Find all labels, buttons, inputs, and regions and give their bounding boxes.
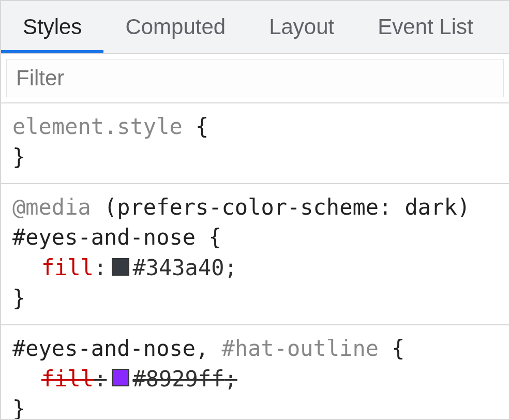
comma: , xyxy=(196,336,222,361)
media-query: (prefers-color-scheme: dark) xyxy=(91,194,470,220)
property-name[interactable]: fill xyxy=(41,253,94,283)
selector-line[interactable]: #eyes-and-nose, #hat-outline { xyxy=(12,334,498,364)
open-brace: { xyxy=(196,224,222,250)
tab-bar: Styles Computed Layout Event List xyxy=(1,1,509,54)
filter-bar xyxy=(1,54,509,103)
media-line[interactable]: @media (prefers-color-scheme: dark) xyxy=(12,192,498,223)
colon: : xyxy=(94,364,107,395)
rules-list: element.style { } @media (prefers-color-… xyxy=(1,103,509,419)
rule-eyes-hat[interactable]: #eyes-and-nose, #hat-outline { fill: #89… xyxy=(1,325,509,419)
semicolon: ; xyxy=(224,253,237,283)
close-brace: } xyxy=(12,283,498,314)
open-brace: { xyxy=(379,336,405,361)
color-swatch-icon[interactable] xyxy=(112,369,129,386)
declaration-fill[interactable]: fill: #343a40; xyxy=(12,253,498,283)
selector: #eyes-and-nose xyxy=(12,224,196,250)
open-brace: { xyxy=(183,114,209,139)
colon: : xyxy=(94,253,107,283)
selector-line[interactable]: element.style { xyxy=(12,112,498,142)
property-name[interactable]: fill xyxy=(41,364,94,395)
close-brace: } xyxy=(12,142,498,173)
semicolon: ; xyxy=(224,364,237,395)
close-brace: } xyxy=(12,394,498,419)
devtools-styles-panel: Styles Computed Layout Event List elemen… xyxy=(0,0,510,420)
media-keyword: @media xyxy=(12,194,91,220)
tab-event-listeners[interactable]: Event List xyxy=(356,1,494,53)
rule-media-dark[interactable]: @media (prefers-color-scheme: dark) #eye… xyxy=(1,184,509,325)
property-value[interactable]: #343a40 xyxy=(132,253,224,283)
selector: element.style xyxy=(12,114,183,139)
rule-element-style[interactable]: element.style { } xyxy=(1,103,509,184)
property-value[interactable]: #8929ff xyxy=(132,364,224,395)
selector-line[interactable]: #eyes-and-nose { xyxy=(12,222,498,253)
tab-layout[interactable]: Layout xyxy=(247,1,356,53)
tab-computed[interactable]: Computed xyxy=(103,1,247,53)
tab-styles[interactable]: Styles xyxy=(1,1,103,53)
declaration-fill-overridden[interactable]: fill: #8929ff; xyxy=(12,364,498,395)
color-swatch-icon[interactable] xyxy=(112,258,129,276)
selector-a: #eyes-and-nose xyxy=(12,336,196,361)
filter-input[interactable] xyxy=(6,59,504,97)
selector-b: #hat-outline xyxy=(222,336,379,361)
